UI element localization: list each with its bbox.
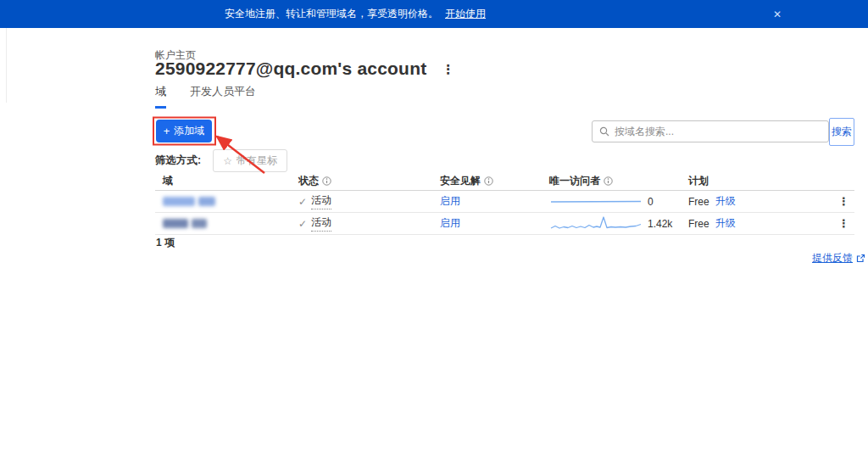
tab-bar: 域 开发人员平台 [155,84,256,109]
row-menu-kebab-icon[interactable]: ⋮ [833,195,854,208]
status-cell: ✓ 活动 [298,215,440,232]
visitors-value: 1.42k [648,218,672,230]
banner-close-icon[interactable]: ✕ [767,0,787,28]
redaction-blur [198,197,215,206]
table-header-row: 域 状态 安全见解 唯一访问者 [155,172,854,191]
tab-domains[interactable]: 域 [155,84,166,109]
visitors-cell: 1.42k [549,215,688,233]
page-edge-divider [6,28,7,103]
info-icon[interactable] [484,176,493,186]
banner-message: 安全地注册、转让和管理域名，享受透明价格。 [225,7,438,21]
starred-filter-label: 带有星标 [236,154,277,168]
visitors-sparkline [549,215,643,233]
info-icon[interactable] [322,176,331,186]
check-icon: ✓ [298,218,307,230]
plan-cell: Free 升级 [688,194,833,209]
account-menu-kebab-icon[interactable]: ⋮ [438,61,458,77]
visitors-value: 0 [648,196,654,208]
upgrade-link[interactable]: 升级 [715,194,736,209]
add-domain-label: 添加域 [174,124,204,138]
header-domain: 域 [155,174,298,188]
visitors-sparkline [549,193,643,210]
annotation-arrow [0,28,868,469]
plan-name: Free [688,218,709,230]
feedback-link[interactable]: 提供反馈 [812,251,853,265]
domain-search-box[interactable] [592,120,829,142]
header-status: 状态 [298,174,440,188]
search-input[interactable] [615,126,821,137]
header-plan: 计划 [688,174,833,188]
filter-label: 筛选方式: [155,154,201,168]
star-icon: ☆ [223,155,232,167]
visitors-cell: 0 [549,193,688,210]
check-icon: ✓ [298,196,307,208]
add-domain-button[interactable]: + 添加域 [156,120,212,142]
plan-cell: Free 升级 [688,216,833,231]
redaction-blur [192,219,207,228]
search-button[interactable]: 搜索 [829,118,854,146]
header-security: 安全见解 [440,174,549,188]
account-home-page: 帐户主页 2590922777@qq.com's account ⋮ 域 开发人… [0,28,868,469]
promo-banner: 安全地注册、转让和管理域名，享受透明价格。 开始使用 ✕ [0,0,868,28]
page-title: 2590922777@qq.com's account [155,59,426,79]
banner-cta-link[interactable]: 开始使用 [445,7,486,21]
row-menu-kebab-icon[interactable]: ⋮ [833,217,854,230]
item-count: 1 项 [156,236,175,250]
table-row: ✓ 活动 启用 1.42k Free 升级 ⋮ [155,213,854,235]
security-insights-link[interactable]: 启用 [440,217,460,229]
status-cell: ✓ 活动 [298,193,440,209]
status-badge: 活动 [311,193,331,209]
status-badge: 活动 [311,215,331,232]
tab-developer-platform[interactable]: 开发人员平台 [190,84,256,109]
domain-name-redacted[interactable] [163,219,298,228]
info-icon[interactable] [604,176,613,186]
search-icon [599,126,609,137]
starred-filter-chip[interactable]: ☆ 带有星标 [213,149,287,172]
plus-icon: + [164,126,170,137]
plan-name: Free [688,196,709,208]
security-insights-link[interactable]: 启用 [440,195,460,207]
redaction-blur [163,219,188,228]
redaction-blur [163,197,195,206]
domain-name-redacted[interactable] [163,197,298,206]
domains-table: 域 状态 安全见解 唯一访问者 [155,172,854,235]
upgrade-link[interactable]: 升级 [715,216,736,231]
table-row: ✓ 活动 启用 0 Free 升级 ⋮ [155,191,854,213]
external-link-icon [856,254,865,263]
header-visitors: 唯一访问者 [549,174,688,188]
